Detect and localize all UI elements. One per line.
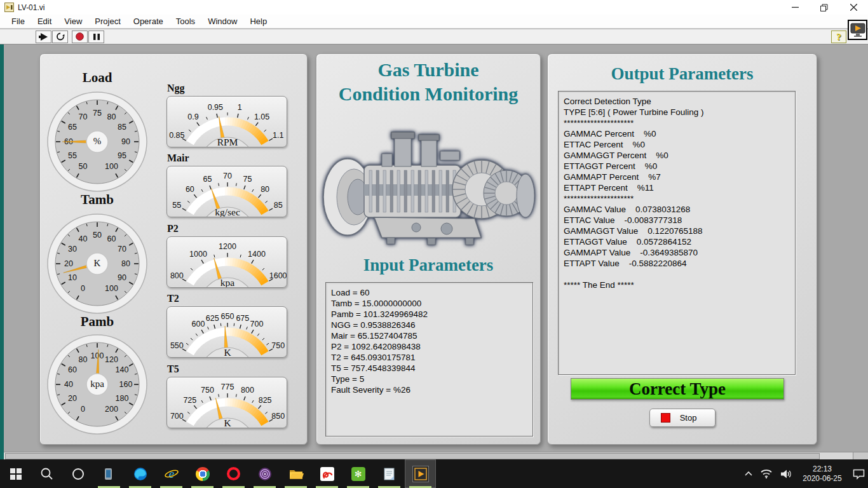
svg-text:200: 200 [105,405,118,414]
svg-text:60: 60 [107,234,116,243]
input-parameters-heading: Input Parameters [316,255,541,275]
svg-text:70: 70 [79,112,88,121]
taskbar-button-search[interactable] [31,459,62,488]
horizontal-scrollbar[interactable] [4,452,868,459]
taskbar-clock[interactable]: 22:13 2020-06-25 [799,464,845,484]
svg-text:650: 650 [221,312,234,321]
svg-text:K: K [224,347,231,358]
svg-text:100: 100 [105,162,118,171]
output-line-3: ********************* [564,118,795,128]
svg-text:100: 100 [105,284,118,293]
output-line-8: GAMMAPT Percent %7 [564,172,795,182]
horizontal-scrollbar-thumb[interactable] [5,453,820,459]
menu-item-help[interactable]: Help [243,15,273,27]
output-line-18: ***** The End ***** [564,280,795,290]
system-tray: 22:13 2020-06-25 [744,459,865,488]
svg-text:850: 850 [271,412,285,421]
svg-text:1000: 1000 [189,250,207,259]
gauge-pamb[interactable]: 020406080100120140160180200kpa [46,334,148,435]
svg-text:140: 140 [116,365,129,374]
taskbar-button-acrobat-pdf[interactable] [311,459,342,488]
svg-text:e: e [168,467,173,480]
taskbar-button-cortana[interactable] [62,459,93,488]
output-line-12: ETTAC Value -0.0083777318 [564,215,795,226]
pause-icon [93,33,100,41]
menu-item-edit[interactable]: Edit [31,15,58,27]
meter-dial-t2: 550600625650675700750K [166,306,287,358]
stop-button[interactable]: Stop [649,409,715,427]
svg-text:775: 775 [221,383,234,391]
input-parameters-textbox: Load = 60Tamb = 15.0000000000Pamb = 101.… [325,282,533,437]
meter-p2: 8001000120014001600kpa [166,236,287,288]
menu-bar: FileEditViewProjectOperateToolsWindowHel… [0,15,868,29]
svg-text:60: 60 [68,365,77,374]
taskbar-button-green-app[interactable]: ✻ [342,459,374,488]
gauge-tamb[interactable]: 0102030405060708090100K [46,213,148,315]
gauge-load[interactable]: 50556065707580859095100% [46,91,148,193]
svg-text:700: 700 [250,320,264,329]
taskbar-button-edge[interactable] [125,459,156,488]
acrobat-pdf-icon [320,467,334,481]
svg-text:90: 90 [121,137,130,146]
gauge-title-tamb: Tamb [39,192,155,208]
taskbar-button-tor-browser[interactable] [249,459,280,488]
svg-text:kpa: kpa [90,379,104,389]
svg-text:0.95: 0.95 [208,103,223,112]
menu-item-tools[interactable]: Tools [170,15,201,27]
pause-button[interactable] [88,30,104,43]
minimize-button[interactable] [780,0,810,15]
meter-title-t5: T5 [167,363,179,375]
taskbar-button-internet-explorer[interactable]: e [156,459,187,488]
input-line-7: T2 = 645.0930175781 [331,352,532,363]
taskbar-button-labview[interactable] [405,459,436,488]
close-button[interactable] [839,0,868,15]
taskbar-button-opera[interactable] [218,459,249,488]
svg-text:750: 750 [201,386,214,395]
acrobat-swirl [322,468,333,480]
output-line-2: TYPE [5:6] ( Power Turbine Fouling ) [564,107,795,118]
output-parameters-heading: Output Parameters [547,64,817,84]
wifi-icon[interactable] [760,468,773,479]
menu-item-project[interactable]: Project [88,15,126,27]
window-title: LV-01.vi [18,3,44,12]
volume-icon[interactable] [780,469,792,479]
menu-item-window[interactable]: Window [201,15,243,27]
output-line-9: ETTAPT Percent %11 [564,182,795,193]
action-center-icon[interactable] [852,468,865,480]
taskbar-button-file-explorer[interactable] [280,459,311,488]
tray-chevron-icon[interactable] [744,471,753,477]
menu-item-file[interactable]: File [5,15,31,27]
svg-text:70: 70 [223,172,232,180]
output-line-7: ETTAGGT Percent %0 [564,161,795,172]
restore-button[interactable] [810,0,839,15]
input-line-1: Load = 60 [331,287,532,298]
menu-item-view[interactable]: View [58,15,88,27]
output-line-15: GAMMAPT Value -0.3649385870 [564,247,795,258]
run-continuously-button[interactable] [52,30,68,43]
output-line-4: GAMMAC Percent %0 [564,128,795,139]
tor-browser-icon [258,467,272,481]
taskbar-button-start[interactable] [0,459,31,488]
labview-toolbar: ? [0,29,868,44]
meter-title-p2: P2 [167,223,179,234]
app-title-line1: Gas Turbine [316,59,541,81]
svg-text:kpa: kpa [220,277,235,288]
taskbar-button-notepad[interactable] [374,459,405,488]
output-line-1: Correct Detection Type [564,96,795,107]
menu-item-operate[interactable]: Operate [127,15,170,27]
abort-button[interactable] [72,30,88,43]
svg-text:RPM: RPM [217,137,238,147]
taskbar-button-chrome[interactable] [187,459,218,488]
window-controls [780,0,868,15]
labview-logo-icon [850,22,866,38]
svg-text:825: 825 [259,396,272,405]
svg-text:1.05: 1.05 [254,112,269,121]
svg-text:0: 0 [81,284,85,293]
clock-date: 2020-06-25 [799,474,845,484]
run-button[interactable] [36,30,51,43]
meter-dial-ngg: 0.850.90.9511.051.1RPM [166,96,287,147]
restore-icon [820,4,828,11]
context-help-button[interactable]: ? [831,30,846,43]
svg-text:20: 20 [64,259,73,268]
taskbar-button-your-phone[interactable] [93,459,125,488]
